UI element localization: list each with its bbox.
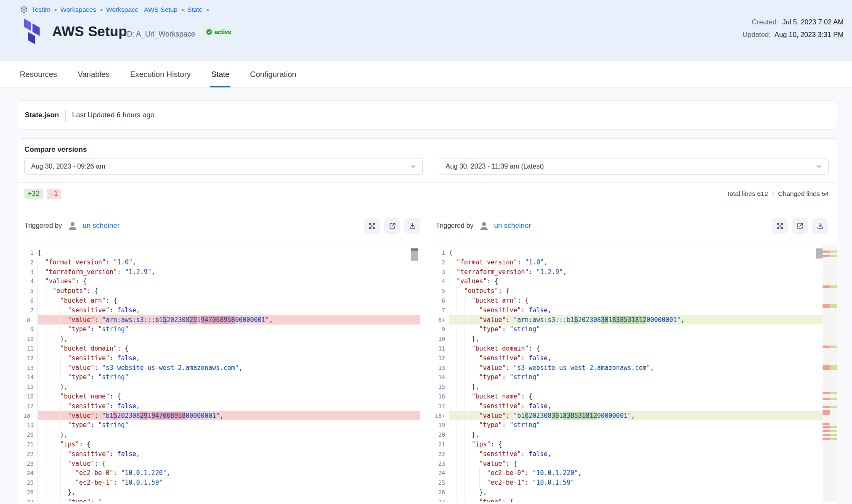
code-line: 10}, (432, 334, 837, 344)
code-line: 21"ips": { (432, 440, 837, 449)
version-select-right-value: Aug 30, 2023 - 11:39 am (Latest) (446, 163, 544, 170)
fullscreen-button[interactable] (364, 218, 380, 234)
diff-panel-right-header: Triggered by uri scheiner (432, 205, 837, 245)
app-cube-icon (20, 5, 28, 14)
breadcrumb: Testim > Workspaces > Workspace - AWS Se… (20, 5, 209, 14)
code-line: 16"bucket_name": { (432, 392, 837, 401)
code-line: 9"type": "string" (432, 325, 837, 334)
vertical-scrollbar[interactable] (816, 248, 823, 259)
code-line: 4"values": { (21, 277, 420, 286)
tab-execution-history[interactable]: Execution History (130, 61, 191, 87)
external-link-icon (796, 222, 804, 230)
version-select-left-value: Aug 30, 2023 - 09:26 am (31, 163, 105, 170)
code-line: 3"terraform_version": "1.2.9", (21, 267, 420, 277)
code-line: 26}, (21, 488, 420, 497)
breadcrumb-separator: > (99, 6, 103, 13)
code-line: 25"ec2-be-1": "10.0.1.59" (432, 478, 837, 488)
triggered-by-label: Triggered by (436, 222, 473, 230)
created-label: Created: (752, 18, 778, 26)
open-in-new-button[interactable] (384, 218, 400, 234)
code-line: 15}, (432, 382, 837, 392)
compare-versions-card: Compare versions Aug 30, 2023 - 09:26 am… (18, 138, 837, 504)
code-line: 20}, (21, 430, 420, 440)
code-line: 12"sensitive": false, (432, 354, 837, 363)
diff-minimap-mark (823, 426, 837, 428)
code-line: 19"type": "string" (432, 420, 837, 430)
breadcrumb-link-state[interactable]: State (187, 6, 202, 13)
code-line: 17"sensitive": false, (432, 401, 837, 411)
external-link-icon (388, 222, 396, 230)
user-avatar (478, 220, 490, 232)
code-line: 13"value": "s3-website-us-west-2.amazona… (21, 363, 420, 373)
page-header: Testim > Workspaces > Workspace - AWS Se… (0, 0, 852, 61)
tab-resources[interactable]: Resources (20, 61, 57, 87)
breadcrumb-link-workspaces[interactable]: Workspaces (60, 6, 96, 13)
expand-icon (776, 222, 784, 230)
open-in-new-button[interactable] (792, 218, 808, 234)
diff-minimap[interactable] (823, 245, 837, 502)
diff-minimap-mark (823, 251, 837, 253)
code-line: 22"sensitive": false, (432, 449, 837, 459)
version-select-right[interactable]: Aug 30, 2023 - 11:39 am (Latest) (439, 158, 829, 175)
code-line: 1{ (21, 248, 420, 258)
created-value: Jul 5, 2023 7:02 AM (782, 18, 844, 26)
breadcrumb-link-testim[interactable]: Testim (32, 6, 50, 13)
status-badge: active (203, 27, 236, 37)
version-select-left[interactable]: Aug 30, 2023 - 09:26 am (24, 158, 423, 175)
diff-minimap-mark (823, 255, 837, 257)
code-line: 27"type": { (432, 497, 837, 502)
code-line: 2"format_version": "1.0", (21, 258, 420, 267)
workspace-meta: Created: Jul 5, 2023 7:02 AM Updated: Au… (743, 18, 844, 39)
code-line: 11"bucket_domain": { (21, 344, 420, 354)
tab-variables[interactable]: Variables (77, 61, 109, 87)
tab-state[interactable]: State (211, 61, 229, 87)
diff-minimap-mark (823, 365, 837, 370)
diff-minimap-mark (823, 423, 837, 425)
code-line: 3"terraform_version": "1.2.9", (432, 267, 837, 277)
triggered-by-user-link[interactable]: uri scheiner (494, 222, 531, 230)
diff-stats-bar: +32 -1 Total lines 612 | Changed lines 5… (18, 183, 837, 205)
triggered-by-user-link[interactable]: uri scheiner (82, 222, 119, 230)
diff-panel-left: Triggered by uri scheiner (21, 205, 420, 502)
triggered-by-label: Triggered by (24, 222, 62, 230)
code-line: 14"type": "string" (21, 372, 420, 382)
diff-minimap-mark (823, 346, 837, 348)
workspace-id: ID: A_Uri_Workspace (125, 30, 195, 39)
code-line: 20}, (432, 430, 837, 440)
breadcrumb-link-workspace-aws-setup[interactable]: Workspace - AWS Setup (106, 6, 178, 13)
tab-configuration[interactable]: Configuration (250, 61, 296, 87)
code-line: 23"value": { (21, 459, 420, 469)
code-line: 5"outputs": { (432, 286, 837, 296)
download-icon (816, 222, 824, 230)
diff-panel-right: Triggered by uri scheiner (432, 205, 837, 502)
state-json-code-right: 1{2"format_version": "1.0",3"terraform_v… (432, 245, 837, 502)
code-line: 5"outputs": { (21, 286, 420, 296)
vertical-scrollbar[interactable] (411, 248, 418, 261)
added-lines-badge: +32 (24, 189, 43, 199)
diff-minimap-mark (823, 438, 837, 440)
download-button[interactable] (404, 218, 420, 234)
code-line: 11"bucket_domain": { (432, 344, 837, 354)
diff-minimap-mark (823, 406, 837, 408)
compare-versions-title: Compare versions (24, 145, 829, 154)
diff-minimap-mark (823, 434, 837, 436)
code-line: 6"bucket_arn": { (21, 296, 420, 306)
code-line: 25"ec2-be-1": "10.0.1.59" (21, 478, 420, 488)
state-json-code-left: 1{2"format_version": "1.0",3"terraform_v… (21, 245, 420, 502)
code-line: 2"format_version": "1.0", (432, 258, 837, 267)
breadcrumb-separator: > (181, 6, 184, 13)
code-line: 24"ec2-be-0": "10.0.1.220", (21, 468, 420, 478)
code-line: 6"bucket_arn": { (432, 296, 837, 306)
code-line: 19"type": "string" (21, 420, 420, 430)
code-line: 1{ (432, 248, 837, 258)
diff-minimap-mark (823, 430, 837, 432)
download-button[interactable] (812, 218, 828, 234)
breadcrumb-separator: > (206, 6, 210, 13)
terraform-logo (20, 18, 44, 45)
divider: | (772, 190, 774, 198)
chevron-down-icon (816, 164, 822, 169)
code-line: 17"sensitive": false, (21, 401, 420, 411)
page-title: AWS Setup (52, 24, 127, 40)
fullscreen-button[interactable] (772, 218, 788, 234)
code-line: 14"type": "string" (432, 372, 837, 382)
